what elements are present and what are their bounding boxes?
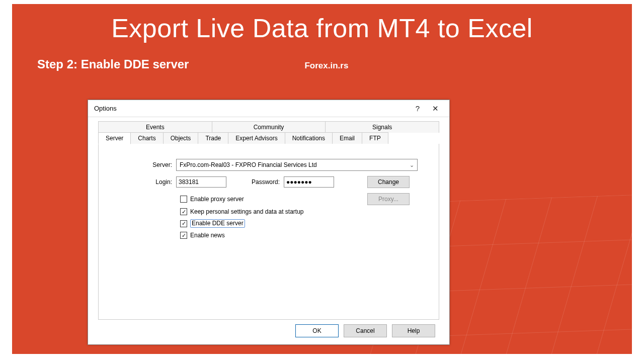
tab-expert-advisors[interactable]: Expert Advisors bbox=[228, 132, 285, 144]
login-label: Login: bbox=[111, 178, 176, 186]
keep-settings-row: Keep personal settings and data at start… bbox=[180, 208, 427, 215]
tab-signals[interactable]: Signals bbox=[326, 121, 439, 133]
login-row: Login: Password: Change bbox=[111, 176, 427, 188]
server-label: Server: bbox=[111, 161, 176, 168]
proxy-row: Enable proxy server Proxy... bbox=[111, 193, 427, 205]
tab-email[interactable]: Email bbox=[333, 132, 362, 144]
proxy-button: Proxy... bbox=[367, 193, 410, 205]
tab-community[interactable]: Community bbox=[212, 121, 326, 133]
enable-proxy-checkbox[interactable] bbox=[180, 196, 187, 203]
tab-ftp[interactable]: FTP bbox=[362, 132, 388, 144]
slide-title: Export Live Data from MT4 to Excel bbox=[12, 13, 632, 43]
enable-proxy-label: Enable proxy server bbox=[190, 196, 244, 203]
tab-events[interactable]: Events bbox=[98, 121, 212, 133]
subtitle-row: Step 2: Enable DDE server Forex.in.rs bbox=[12, 57, 632, 71]
cancel-button[interactable]: Cancel bbox=[344, 324, 387, 337]
tab-charts[interactable]: Charts bbox=[131, 132, 163, 144]
chevron-down-icon: ⌄ bbox=[410, 162, 414, 168]
tabs-container: Events Community Signals Server Charts O… bbox=[88, 117, 449, 320]
change-button[interactable]: Change bbox=[367, 176, 410, 188]
ok-button[interactable]: OK bbox=[295, 324, 339, 337]
enable-dde-label: Enable DDE server bbox=[190, 219, 245, 228]
password-input[interactable] bbox=[284, 176, 334, 188]
enable-dde-row: Enable DDE server bbox=[180, 219, 427, 228]
help-icon[interactable]: ? bbox=[410, 102, 425, 116]
options-dialog: Options ? ✕ Events Community Signals Ser… bbox=[88, 100, 450, 345]
tab-server[interactable]: Server bbox=[98, 132, 131, 144]
dialog-button-row: OK Cancel Help bbox=[295, 324, 435, 337]
server-row: Server: FxPro.com-Real03 - FXPRO Financi… bbox=[111, 159, 427, 171]
dialog-title: Options bbox=[94, 105, 410, 112]
login-input[interactable] bbox=[176, 176, 226, 188]
brand-label: Forex.in.rs bbox=[304, 61, 348, 71]
tabs-row-bottom: Server Charts Objects Trade Expert Advis… bbox=[98, 133, 439, 144]
enable-news-label: Enable news bbox=[190, 232, 225, 239]
server-dropdown-value: FxPro.com-Real03 - FXPRO Financial Servi… bbox=[180, 161, 317, 168]
tab-notifications[interactable]: Notifications bbox=[285, 132, 333, 144]
keep-settings-label: Keep personal settings and data at start… bbox=[190, 208, 304, 215]
enable-news-row: Enable news bbox=[180, 232, 427, 239]
server-dropdown[interactable]: FxPro.com-Real03 - FXPRO Financial Servi… bbox=[176, 159, 418, 171]
step-label: Step 2: Enable DDE server bbox=[37, 57, 189, 71]
tabs-row-top: Events Community Signals bbox=[98, 121, 439, 133]
dialog-titlebar: Options ? ✕ bbox=[88, 100, 449, 117]
close-icon[interactable]: ✕ bbox=[425, 102, 445, 116]
tab-trade[interactable]: Trade bbox=[198, 132, 228, 144]
keep-settings-checkbox[interactable] bbox=[180, 208, 187, 215]
help-button[interactable]: Help bbox=[392, 324, 435, 337]
password-label: Password: bbox=[252, 178, 280, 186]
tab-objects[interactable]: Objects bbox=[164, 132, 199, 144]
slide-background: Export Live Data from MT4 to Excel Step … bbox=[12, 4, 632, 354]
enable-news-checkbox[interactable] bbox=[180, 232, 187, 239]
tab-panel-server: Server: FxPro.com-Real03 - FXPRO Financi… bbox=[98, 144, 439, 320]
enable-dde-checkbox[interactable] bbox=[180, 220, 187, 227]
